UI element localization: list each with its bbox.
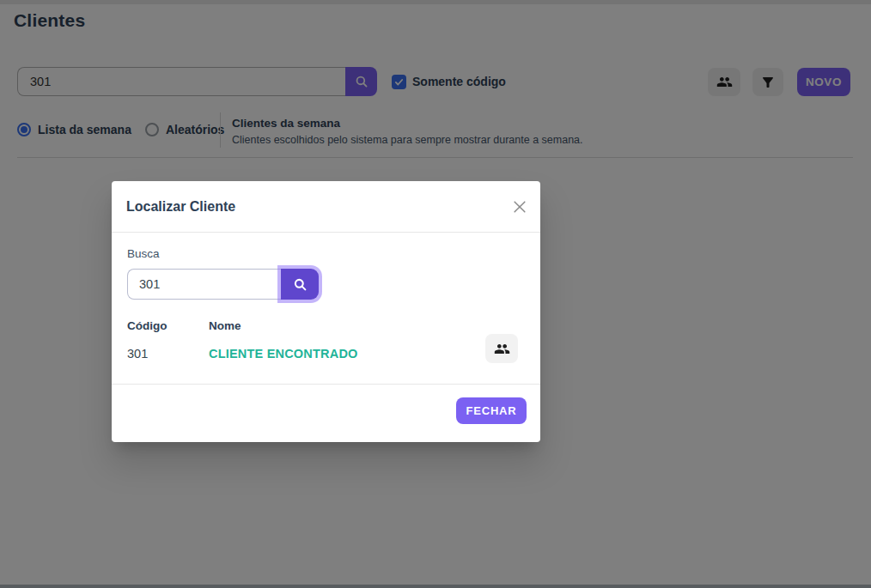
select-client-button[interactable] [485, 334, 518, 363]
column-header-codigo: Código [127, 319, 168, 332]
column-header-nome: Nome [209, 319, 241, 332]
result-row-codigo: 301 [127, 347, 148, 361]
modal-header: Localizar Cliente [112, 181, 540, 232]
modal-search-group [127, 269, 319, 300]
modal-close-button[interactable] [509, 197, 530, 217]
fechar-button[interactable]: FECHAR [456, 397, 527, 424]
app-viewport: Clientes Somente código [0, 0, 871, 588]
magnifier-icon [292, 276, 308, 293]
busca-label: Busca [127, 247, 160, 260]
modal-header-divider [112, 232, 540, 233]
group-icon [494, 341, 510, 357]
localizar-cliente-modal: Localizar Cliente Busca [112, 181, 540, 442]
modal-title: Localizar Cliente [126, 199, 235, 215]
modal-search-button[interactable] [281, 269, 319, 300]
result-row-nome: CLIENTE ENCONTRADO [209, 347, 358, 361]
modal-search-input[interactable] [127, 269, 281, 300]
close-icon [511, 198, 528, 215]
bottom-edge-strip [0, 585, 871, 588]
modal-footer-divider [112, 384, 540, 385]
